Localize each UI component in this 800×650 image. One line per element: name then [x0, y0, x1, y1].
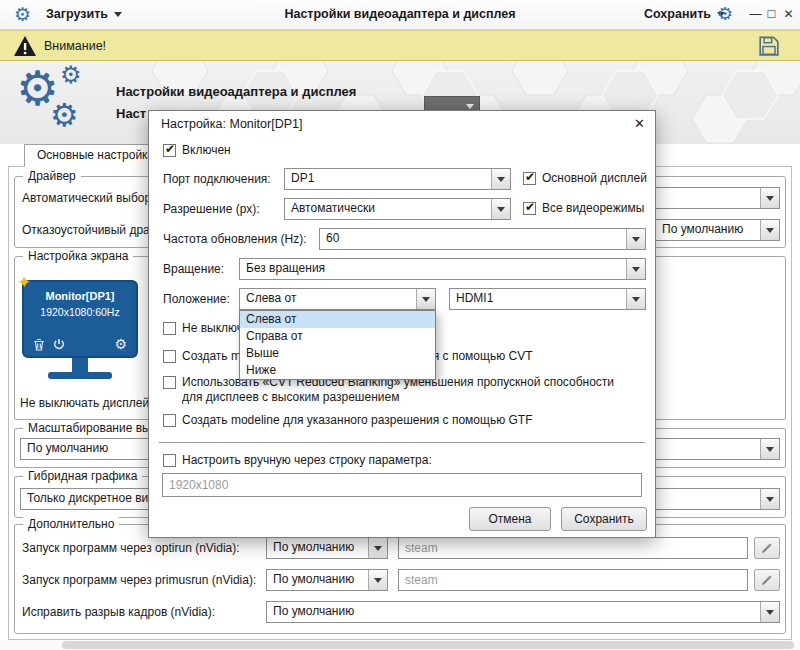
app-window: ⚙ Загрузить Настройки видеоадаптера и ди…: [0, 0, 800, 650]
primary-display-label: Основной дисплей: [542, 171, 647, 185]
manual-modeline-input[interactable]: [162, 473, 642, 497]
dialog-checkbox-gtf-label: Создать modeline для указанного разрешен…: [182, 413, 533, 427]
chevron-down-icon: [491, 199, 510, 219]
chevron-down-icon: [760, 439, 779, 459]
chevron-down-icon: [760, 188, 779, 208]
page-subtitle-fragment: Наст: [116, 106, 146, 121]
chevron-down-icon: [416, 289, 435, 309]
save-button[interactable]: Сохранить: [561, 507, 647, 531]
monitor-name: Monitor[DP1]: [24, 290, 136, 302]
chevron-down-icon: [760, 220, 779, 240]
checkbox-box: [163, 376, 176, 389]
group-additional-legend: Дополнительно: [23, 517, 119, 531]
chevron-down-icon: [491, 169, 510, 189]
power-toggle-icon[interactable]: [53, 338, 65, 350]
settings-gear-button[interactable]: ⚙: [717, 5, 733, 23]
app-logo-gear-icon: ⚙: [14, 5, 31, 24]
position-select[interactable]: Слева от: [239, 288, 436, 310]
manual-config-label: Настроить вручную через строку параметра…: [182, 453, 432, 467]
dialog-close-icon[interactable]: ✕: [634, 116, 645, 131]
save-floppy-icon[interactable]: [758, 35, 780, 57]
checkbox-box: [163, 144, 176, 157]
checkbox-box: [163, 414, 176, 427]
position-dropdown-list: Слева от Справа от Выше Ниже: [239, 310, 436, 380]
screen-note-label: Не выключать дисплей: [20, 396, 149, 410]
all-modes-checkbox[interactable]: Все видеорежимы: [523, 201, 644, 215]
optirun-edit-button[interactable]: [754, 537, 780, 559]
checkbox-box: [163, 350, 176, 363]
dropdown-option[interactable]: Справа от: [240, 328, 435, 345]
monitor-mode: 1920x1080:60Hz: [24, 306, 136, 318]
warning-text: Внимание!: [44, 39, 106, 53]
rotation-value: Без вращения: [240, 259, 626, 279]
monitor-base: [48, 372, 112, 379]
group-screen-legend: Настройка экрана: [23, 249, 133, 263]
port-value: DP1: [285, 169, 491, 189]
resolution-select[interactable]: Автоматически: [284, 198, 511, 220]
maximize-button[interactable]: □: [764, 6, 779, 21]
checkbox-box: [523, 172, 536, 185]
rotation-label: Вращение:: [163, 262, 224, 276]
optirun-select[interactable]: По умолчанию: [266, 537, 388, 559]
port-label: Порт подключения:: [163, 172, 271, 186]
refresh-select[interactable]: 60: [319, 228, 646, 250]
warning-bar: Внимание!: [0, 30, 800, 61]
dialog-title: Настройка: Monitor[DP1]: [161, 117, 302, 131]
page-title: Настройки видеоадаптера и дисплея: [116, 84, 356, 99]
position-value: Слева от: [240, 289, 416, 309]
checkbox-box: [163, 454, 176, 467]
app-gears-logo-icon: ⚙: [60, 63, 82, 87]
optirun-app-input[interactable]: [398, 537, 748, 559]
dropdown-option[interactable]: Выше: [240, 345, 435, 362]
optirun-value: По умолчанию: [267, 538, 368, 558]
app-gears-logo-icon: ⚙: [50, 99, 79, 131]
refresh-label: Частота обновления (Hz):: [163, 232, 307, 246]
primusrun-label: Запуск программ через primusrun (nVidia)…: [22, 573, 256, 587]
failsafe-driver-select[interactable]: По умолчанию: [655, 219, 780, 241]
all-modes-label: Все видеорежимы: [542, 201, 644, 215]
save-menu-button[interactable]: Сохранить: [644, 7, 725, 21]
chevron-down-icon: [368, 538, 387, 558]
chevron-down-icon: [626, 289, 645, 309]
failsafe-driver-value: По умолчанию: [656, 220, 760, 240]
dropdown-option[interactable]: Слева от: [240, 311, 435, 328]
horizontal-scrollbar-thumb[interactable]: [62, 641, 794, 649]
chevron-down-icon: [760, 602, 779, 622]
monitor-widget[interactable]: ✦ Monitor[DP1] 1920x1080:60Hz ⚙: [22, 280, 138, 379]
position-label: Положение:: [163, 292, 230, 306]
enabled-checkbox-label: Включен: [182, 143, 231, 157]
monitor-stand: [72, 358, 88, 372]
relative-monitor-select[interactable]: HDMI1: [449, 288, 646, 310]
primary-star-icon: ✦: [17, 272, 31, 293]
primusrun-app-input[interactable]: [398, 569, 748, 591]
dialog-checkbox-gtf[interactable]: Создать modeline для указанного разрешен…: [163, 413, 533, 427]
tab-main-settings[interactable]: Основные настройки: [24, 144, 167, 167]
port-select[interactable]: DP1: [284, 168, 511, 190]
chevron-down-icon: [114, 12, 122, 21]
monitor-settings-dialog: Настройка: Monitor[DP1] ✕ Включен Порт п…: [148, 110, 656, 538]
chevron-down-icon: [626, 259, 645, 279]
chevron-down-icon: [368, 570, 387, 590]
warning-triangle-icon: [13, 35, 37, 57]
load-menu-label: Загрузить: [46, 7, 108, 21]
monitor-settings-gear-icon[interactable]: ⚙: [114, 337, 127, 351]
dropdown-option[interactable]: Ниже: [240, 362, 435, 379]
tearing-fix-label: Исправить разрыв кадров (nVidia):: [22, 605, 215, 619]
pencil-icon: [761, 542, 773, 554]
cancel-button[interactable]: Отмена: [469, 507, 551, 531]
tearing-fix-select[interactable]: По умолчанию: [266, 601, 780, 623]
load-menu-button[interactable]: Загрузить: [46, 7, 122, 21]
window-title: Настройки видеоадаптера и дисплея: [284, 7, 515, 21]
close-button[interactable]: ✕: [781, 7, 796, 21]
primusrun-edit-button[interactable]: [754, 569, 780, 591]
primary-display-checkbox[interactable]: Основной дисплей: [523, 171, 647, 185]
checkbox-box: [523, 202, 536, 215]
primusrun-value: По умолчанию: [267, 570, 368, 590]
manual-config-checkbox[interactable]: Настроить вручную через строку параметра…: [163, 453, 432, 467]
rotation-select[interactable]: Без вращения: [239, 258, 646, 280]
primusrun-select[interactable]: По умолчанию: [266, 569, 388, 591]
minimize-button[interactable]: —: [748, 7, 763, 21]
enabled-checkbox[interactable]: Включен: [163, 143, 231, 157]
delete-monitor-icon[interactable]: [33, 338, 45, 351]
save-menu-label: Сохранить: [644, 7, 711, 21]
